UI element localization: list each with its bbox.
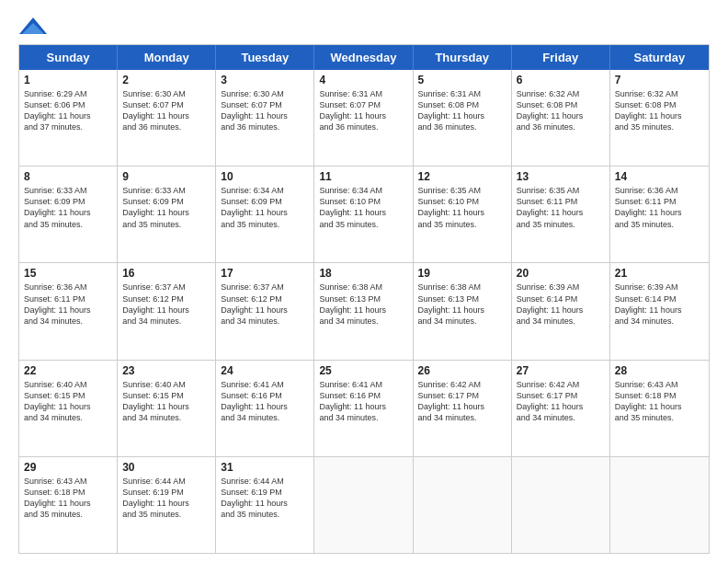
day-info: Sunrise: 6:34 AM Sunset: 6:10 PM Dayligh… bbox=[319, 185, 407, 230]
day-info: Sunrise: 6:31 AM Sunset: 6:07 PM Dayligh… bbox=[319, 88, 407, 133]
day-info: Sunrise: 6:37 AM Sunset: 6:12 PM Dayligh… bbox=[221, 282, 309, 327]
day-number: 23 bbox=[122, 364, 210, 377]
day-number: 19 bbox=[418, 267, 506, 280]
cal-cell: 8Sunrise: 6:33 AM Sunset: 6:09 PM Daylig… bbox=[19, 167, 118, 262]
day-info: Sunrise: 6:40 AM Sunset: 6:15 PM Dayligh… bbox=[24, 379, 112, 424]
day-info: Sunrise: 6:37 AM Sunset: 6:12 PM Dayligh… bbox=[122, 282, 210, 327]
day-number: 26 bbox=[418, 364, 506, 377]
cal-cell: 31Sunrise: 6:44 AM Sunset: 6:19 PM Dayli… bbox=[216, 457, 314, 553]
day-info: Sunrise: 6:33 AM Sunset: 6:09 PM Dayligh… bbox=[24, 185, 112, 230]
cal-cell: 22Sunrise: 6:40 AM Sunset: 6:15 PM Dayli… bbox=[19, 361, 118, 456]
cal-cell: 27Sunrise: 6:42 AM Sunset: 6:17 PM Dayli… bbox=[512, 361, 610, 456]
cal-header-thursday: Thursday bbox=[414, 45, 512, 70]
calendar-header: SundayMondayTuesdayWednesdayThursdayFrid… bbox=[19, 45, 709, 70]
day-number: 1 bbox=[24, 74, 112, 86]
day-number: 22 bbox=[24, 364, 112, 377]
day-number: 29 bbox=[24, 461, 112, 474]
cal-cell: 25Sunrise: 6:41 AM Sunset: 6:16 PM Dayli… bbox=[314, 361, 413, 456]
cal-cell: 19Sunrise: 6:38 AM Sunset: 6:13 PM Dayli… bbox=[414, 263, 512, 359]
day-number: 15 bbox=[24, 267, 112, 280]
cal-cell: 15Sunrise: 6:36 AM Sunset: 6:11 PM Dayli… bbox=[19, 263, 118, 359]
day-number: 10 bbox=[221, 170, 309, 183]
day-info: Sunrise: 6:44 AM Sunset: 6:19 PM Dayligh… bbox=[221, 476, 309, 521]
cal-cell bbox=[610, 457, 709, 553]
cal-cell: 7Sunrise: 6:32 AM Sunset: 6:08 PM Daylig… bbox=[610, 70, 709, 166]
cal-week-1: 1Sunrise: 6:29 AM Sunset: 6:06 PM Daylig… bbox=[19, 70, 709, 167]
logo-icon bbox=[18, 17, 48, 35]
day-info: Sunrise: 6:40 AM Sunset: 6:15 PM Dayligh… bbox=[122, 379, 210, 424]
day-info: Sunrise: 6:43 AM Sunset: 6:18 PM Dayligh… bbox=[24, 476, 112, 521]
day-number: 18 bbox=[319, 267, 407, 280]
day-number: 27 bbox=[517, 364, 605, 377]
day-info: Sunrise: 6:42 AM Sunset: 6:17 PM Dayligh… bbox=[418, 379, 506, 424]
cal-cell: 1Sunrise: 6:29 AM Sunset: 6:06 PM Daylig… bbox=[19, 70, 118, 166]
day-info: Sunrise: 6:32 AM Sunset: 6:08 PM Dayligh… bbox=[517, 88, 605, 133]
logo bbox=[18, 17, 48, 35]
cal-header-friday: Friday bbox=[512, 45, 610, 70]
cal-cell: 17Sunrise: 6:37 AM Sunset: 6:12 PM Dayli… bbox=[216, 263, 314, 359]
day-info: Sunrise: 6:43 AM Sunset: 6:18 PM Dayligh… bbox=[615, 379, 704, 424]
cal-cell: 28Sunrise: 6:43 AM Sunset: 6:18 PM Dayli… bbox=[610, 361, 709, 456]
cal-cell: 10Sunrise: 6:34 AM Sunset: 6:09 PM Dayli… bbox=[216, 167, 314, 262]
cal-cell: 4Sunrise: 6:31 AM Sunset: 6:07 PM Daylig… bbox=[314, 70, 413, 166]
day-number: 6 bbox=[517, 74, 605, 86]
day-info: Sunrise: 6:36 AM Sunset: 6:11 PM Dayligh… bbox=[615, 185, 704, 230]
day-number: 24 bbox=[221, 364, 309, 377]
day-number: 25 bbox=[319, 364, 407, 377]
cal-cell: 6Sunrise: 6:32 AM Sunset: 6:08 PM Daylig… bbox=[512, 70, 610, 166]
cal-header-monday: Monday bbox=[118, 45, 216, 70]
cal-header-saturday: Saturday bbox=[610, 45, 709, 70]
cal-cell: 24Sunrise: 6:41 AM Sunset: 6:16 PM Dayli… bbox=[216, 361, 314, 456]
cal-cell: 5Sunrise: 6:31 AM Sunset: 6:08 PM Daylig… bbox=[414, 70, 512, 166]
cal-header-wednesday: Wednesday bbox=[314, 45, 413, 70]
day-number: 7 bbox=[615, 74, 704, 86]
page: SundayMondayTuesdayWednesdayThursdayFrid… bbox=[0, 0, 728, 563]
cal-week-3: 15Sunrise: 6:36 AM Sunset: 6:11 PM Dayli… bbox=[19, 263, 709, 360]
day-info: Sunrise: 6:41 AM Sunset: 6:16 PM Dayligh… bbox=[221, 379, 309, 424]
cal-cell: 9Sunrise: 6:33 AM Sunset: 6:09 PM Daylig… bbox=[118, 167, 216, 262]
cal-cell: 29Sunrise: 6:43 AM Sunset: 6:18 PM Dayli… bbox=[19, 457, 118, 553]
day-info: Sunrise: 6:41 AM Sunset: 6:16 PM Dayligh… bbox=[319, 379, 407, 424]
cal-cell: 26Sunrise: 6:42 AM Sunset: 6:17 PM Dayli… bbox=[414, 361, 512, 456]
day-number: 21 bbox=[615, 267, 704, 280]
cal-cell: 11Sunrise: 6:34 AM Sunset: 6:10 PM Dayli… bbox=[314, 167, 413, 262]
cal-cell: 20Sunrise: 6:39 AM Sunset: 6:14 PM Dayli… bbox=[512, 263, 610, 359]
day-info: Sunrise: 6:39 AM Sunset: 6:14 PM Dayligh… bbox=[517, 282, 605, 327]
cal-week-5: 29Sunrise: 6:43 AM Sunset: 6:18 PM Dayli… bbox=[19, 457, 709, 553]
day-number: 12 bbox=[418, 170, 506, 183]
day-info: Sunrise: 6:30 AM Sunset: 6:07 PM Dayligh… bbox=[221, 88, 309, 133]
cal-header-tuesday: Tuesday bbox=[216, 45, 314, 70]
cal-cell: 14Sunrise: 6:36 AM Sunset: 6:11 PM Dayli… bbox=[610, 167, 709, 262]
cal-cell bbox=[512, 457, 610, 553]
day-info: Sunrise: 6:35 AM Sunset: 6:11 PM Dayligh… bbox=[517, 185, 605, 230]
cal-cell: 13Sunrise: 6:35 AM Sunset: 6:11 PM Dayli… bbox=[512, 167, 610, 262]
cal-week-4: 22Sunrise: 6:40 AM Sunset: 6:15 PM Dayli… bbox=[19, 361, 709, 457]
day-number: 20 bbox=[517, 267, 605, 280]
day-number: 13 bbox=[517, 170, 605, 183]
day-number: 2 bbox=[122, 74, 210, 86]
day-number: 9 bbox=[122, 170, 210, 183]
day-number: 28 bbox=[615, 364, 704, 377]
header bbox=[18, 17, 710, 35]
cal-cell: 3Sunrise: 6:30 AM Sunset: 6:07 PM Daylig… bbox=[216, 70, 314, 166]
day-number: 4 bbox=[319, 74, 407, 86]
day-number: 14 bbox=[615, 170, 704, 183]
day-info: Sunrise: 6:35 AM Sunset: 6:10 PM Dayligh… bbox=[418, 185, 506, 230]
cal-cell: 23Sunrise: 6:40 AM Sunset: 6:15 PM Dayli… bbox=[118, 361, 216, 456]
day-info: Sunrise: 6:31 AM Sunset: 6:08 PM Dayligh… bbox=[418, 88, 506, 133]
day-info: Sunrise: 6:33 AM Sunset: 6:09 PM Dayligh… bbox=[122, 185, 210, 230]
calendar: SundayMondayTuesdayWednesdayThursdayFrid… bbox=[18, 44, 710, 554]
day-number: 3 bbox=[221, 74, 309, 86]
cal-cell: 12Sunrise: 6:35 AM Sunset: 6:10 PM Dayli… bbox=[414, 167, 512, 262]
day-info: Sunrise: 6:42 AM Sunset: 6:17 PM Dayligh… bbox=[517, 379, 605, 424]
cal-cell bbox=[414, 457, 512, 553]
day-number: 31 bbox=[221, 461, 309, 474]
cal-cell: 2Sunrise: 6:30 AM Sunset: 6:07 PM Daylig… bbox=[118, 70, 216, 166]
cal-cell: 21Sunrise: 6:39 AM Sunset: 6:14 PM Dayli… bbox=[610, 263, 709, 359]
day-info: Sunrise: 6:34 AM Sunset: 6:09 PM Dayligh… bbox=[221, 185, 309, 230]
day-number: 30 bbox=[122, 461, 210, 474]
day-info: Sunrise: 6:39 AM Sunset: 6:14 PM Dayligh… bbox=[615, 282, 704, 327]
cal-cell bbox=[314, 457, 413, 553]
cal-cell: 30Sunrise: 6:44 AM Sunset: 6:19 PM Dayli… bbox=[118, 457, 216, 553]
day-info: Sunrise: 6:29 AM Sunset: 6:06 PM Dayligh… bbox=[24, 88, 112, 133]
